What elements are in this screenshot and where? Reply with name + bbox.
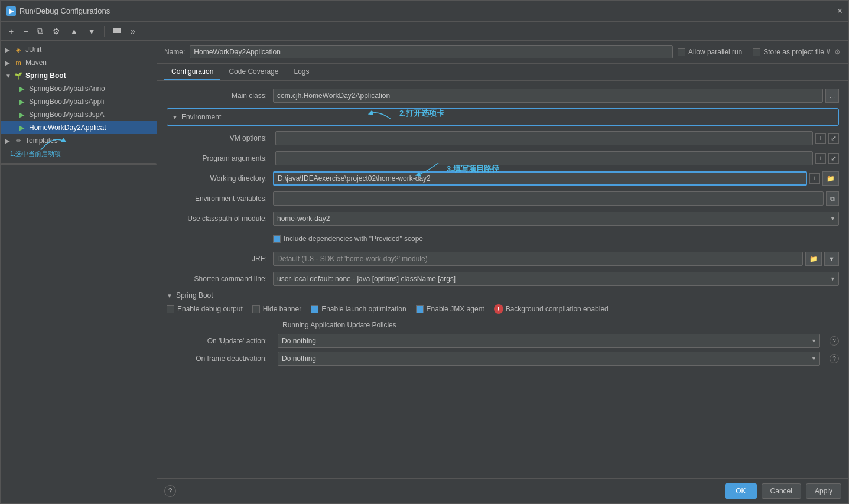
spring-boot-section-title: Spring Boot xyxy=(176,291,213,300)
help-button[interactable]: ? xyxy=(164,485,176,497)
environment-section-container: ▼ Environment xyxy=(167,108,839,126)
working-dir-add-button[interactable]: + xyxy=(809,173,820,184)
cancel-button[interactable]: Cancel xyxy=(762,483,801,499)
jre-input[interactable] xyxy=(273,252,803,266)
springboot-mybatis-appli-label: SpringBootMybatisAppli xyxy=(29,97,104,106)
classpath-label: Use classpath of module: xyxy=(167,214,273,223)
allow-parallel-checkbox[interactable] xyxy=(678,48,685,56)
sidebar-scrollbar-container xyxy=(1,161,157,167)
annotation1-container: 1.选中当前启动项 xyxy=(10,149,152,158)
classpath-select-wrap: home-work-day2 xyxy=(273,212,839,226)
store-project-checkbox[interactable] xyxy=(753,48,760,56)
main-class-browse-button[interactable]: ... xyxy=(825,89,839,103)
hide-banner-checkbox[interactable] xyxy=(252,305,260,313)
title-bar-left: ▶ Run/Debug Configurations xyxy=(6,6,110,16)
right-panel: Name: HomeWorkDay2Application Allow para… xyxy=(157,41,848,503)
name-label: Name: xyxy=(164,48,185,56)
enable-jmx-checkbox[interactable] xyxy=(416,305,424,313)
policies-title: Running Application Update Policies xyxy=(282,321,839,329)
tabs-row: Configuration Code Coverage Logs xyxy=(157,64,848,81)
on-frame-help-icon[interactable]: ? xyxy=(830,354,839,363)
sidebar-scrollbar[interactable] xyxy=(1,163,157,165)
spring-boot-arrow: ▼ xyxy=(5,73,11,79)
allow-parallel-label: Allow parallel run xyxy=(678,48,742,56)
vm-options-label: VM options: xyxy=(167,134,273,142)
toolbar-divider xyxy=(104,26,105,37)
vm-options-row: VM options: + ⤢ xyxy=(167,131,839,146)
sidebar-item-templates[interactable]: ▶ ✏ Templates xyxy=(1,134,157,147)
tab-logs[interactable]: Logs xyxy=(287,64,316,80)
main-class-input[interactable] xyxy=(273,89,823,103)
sidebar-item-homeworkday2[interactable]: ▶ HomeWorkDay2Applicat xyxy=(1,121,157,134)
run-icon-4: ▶ xyxy=(17,123,27,132)
more-button[interactable]: » xyxy=(127,25,139,38)
enable-debug-checkbox[interactable] xyxy=(167,305,174,313)
store-settings-icon[interactable]: ⚙ xyxy=(833,48,841,56)
running-policies-section: Running Application Update Policies On '… xyxy=(167,321,839,366)
sidebar-annotation-area: 1.选中当前启动项 xyxy=(5,147,157,161)
tab-configuration[interactable]: Configuration xyxy=(164,64,220,80)
tab-code-coverage[interactable]: Code Coverage xyxy=(222,64,285,80)
maven-arrow: ▶ xyxy=(5,60,11,66)
sidebar-item-springboot-mybatis-anno[interactable]: ▶ SpringBootMybatisAnno xyxy=(1,82,157,95)
working-dir-input[interactable] xyxy=(273,171,807,186)
remove-config-button[interactable]: − xyxy=(19,25,31,38)
name-row: Name: HomeWorkDay2Application Allow para… xyxy=(157,41,848,64)
program-args-fullscreen-button[interactable]: ⤢ xyxy=(828,153,839,164)
templates-icon: ✏ xyxy=(14,136,23,145)
jre-label: JRE: xyxy=(167,255,273,263)
enable-launch-opt-checkbox[interactable] xyxy=(311,305,318,313)
add-config-button[interactable]: + xyxy=(5,25,17,38)
shorten-cmd-select-wrap: user-local default: none - java [options… xyxy=(273,272,839,286)
settings-button[interactable]: ⚙ xyxy=(49,25,64,38)
sidebar-item-maven[interactable]: ▶ m Maven xyxy=(1,56,157,69)
bottom-right: OK Cancel Apply xyxy=(725,483,841,499)
working-dir-browse-button[interactable]: 📁 xyxy=(822,171,839,186)
vm-options-fullscreen-button[interactable]: ⤢ xyxy=(828,133,839,144)
include-deps-checkbox[interactable] xyxy=(273,235,281,243)
enable-jmx-label: Enable JMX agent xyxy=(416,305,484,313)
move-down-button[interactable]: ▼ xyxy=(84,25,99,38)
environment-section: ▼ Environment xyxy=(167,108,839,126)
run-icon-3: ▶ xyxy=(17,110,27,119)
background-compilation-container: ! Background compilation enabled xyxy=(494,304,609,314)
folder-button[interactable] xyxy=(109,24,125,38)
env-vars-input[interactable] xyxy=(273,191,824,206)
apply-button[interactable]: Apply xyxy=(806,483,841,499)
copy-config-button[interactable]: ⧉ xyxy=(34,24,47,38)
shorten-cmd-select[interactable]: user-local default: none - java [options… xyxy=(273,272,839,286)
move-up-button[interactable]: ▲ xyxy=(66,25,82,38)
sidebar-item-springboot-mybatis-jspa[interactable]: ▶ SpringBootMybatisJspA xyxy=(1,108,157,121)
sidebar-item-spring-boot[interactable]: ▼ 🌱 Spring Boot xyxy=(1,69,157,82)
run-debug-dialog: ▶ Run/Debug Configurations × + − ⧉ ⚙ ▲ ▼… xyxy=(0,0,849,504)
environment-header[interactable]: ▼ Environment xyxy=(172,110,834,124)
on-update-select-wrap: Do nothing Update resources Update class… xyxy=(278,334,820,348)
close-button[interactable]: × xyxy=(837,6,843,17)
jre-browse-button[interactable]: 📁 xyxy=(805,252,822,266)
vm-options-input[interactable] xyxy=(275,131,813,145)
working-dir-row: Working directory: + 📁 xyxy=(167,171,839,186)
env-vars-browse-button[interactable]: ⧉ xyxy=(826,191,839,206)
program-args-input[interactable] xyxy=(275,151,813,165)
config-panel: Main class: ... ▼ Environment xyxy=(157,81,848,478)
junit-icon: ◈ xyxy=(14,45,23,54)
ok-button[interactable]: OK xyxy=(725,483,756,499)
main-class-row: Main class: ... xyxy=(167,88,839,103)
program-args-expand-button[interactable]: + xyxy=(815,153,826,164)
on-update-row: On 'Update' action: Do nothing Update re… xyxy=(167,334,839,348)
include-deps-label: Include dependencies with "Provided" sco… xyxy=(273,235,423,243)
allow-parallel-row: Allow parallel run Store as project file… xyxy=(678,48,841,56)
classpath-select[interactable]: home-work-day2 xyxy=(273,212,839,226)
classpath-row: Use classpath of module: home-work-day2 xyxy=(167,211,839,226)
sidebar-item-springboot-mybatis-appli[interactable]: ▶ SpringBootMybatisAppli xyxy=(1,95,157,108)
run-icon-1: ▶ xyxy=(17,84,27,93)
annotation2-container: 2.打开选项卡 xyxy=(367,105,444,122)
name-input[interactable]: HomeWorkDay2Application xyxy=(190,45,673,58)
on-update-help-icon[interactable]: ? xyxy=(830,336,839,346)
sidebar-item-junit[interactable]: ▶ ◈ JUnit xyxy=(1,43,157,56)
on-frame-select[interactable]: Do nothing Update resources Update class… xyxy=(278,352,820,366)
on-update-select[interactable]: Do nothing Update resources Update class… xyxy=(278,334,820,348)
working-dir-input-wrap: + 📁 xyxy=(273,171,839,186)
jre-dropdown-button[interactable]: ▼ xyxy=(824,252,839,266)
vm-options-expand-button[interactable]: + xyxy=(815,133,826,144)
